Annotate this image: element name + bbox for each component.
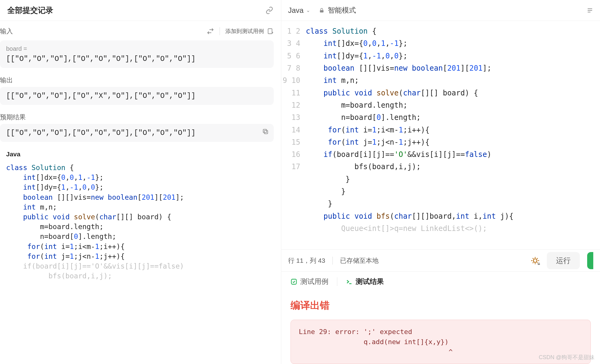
editor-status-bar: 行 11，列 43 已存储至本地 运行 [281, 249, 600, 271]
left-lang-label: Java [0, 142, 281, 163]
board-caption: board = [6, 45, 268, 52]
language-name: Java [288, 6, 304, 15]
divider [332, 257, 333, 265]
input-card[interactable]: board = [["O","O","O"],["O","O","O"],["O… [0, 40, 274, 68]
divider [337, 277, 337, 286]
svg-rect-1 [264, 130, 268, 134]
svg-rect-0 [268, 29, 272, 34]
tab-result-label: 测试结果 [356, 277, 384, 286]
svg-rect-5 [538, 263, 540, 265]
add-testcase-icon [267, 28, 274, 35]
input-section-head: 输入 添加到测试用例 [0, 21, 281, 38]
output-label: 输出 [0, 68, 281, 84]
tab-result[interactable]: 测试结果 [346, 277, 384, 286]
chevron-down-icon: ⌄ [306, 7, 310, 13]
check-icon [291, 278, 297, 285]
menu-icon[interactable] [587, 7, 593, 14]
add-testcase-label: 添加到测试用例 [225, 28, 264, 35]
svg-rect-2 [263, 129, 267, 133]
code-editor[interactable]: 1 2 3 4 5 6 7 8 9 10 11 12 13 14 15 16 1… [281, 21, 600, 249]
left-header: 全部提交记录 [0, 0, 281, 21]
run-button-label: 运行 [556, 256, 571, 265]
code-content[interactable]: class Solution { int[]dx={0,0,1,-1}; int… [306, 21, 513, 249]
svg-point-4 [533, 259, 537, 262]
lock-small-icon [537, 262, 541, 266]
line-gutter: 1 2 3 4 5 6 7 8 9 10 11 12 13 14 15 16 1… [281, 21, 306, 249]
expected-label: 预期结果 [0, 105, 281, 121]
run-button[interactable]: 运行 [547, 252, 580, 269]
debug-icon[interactable] [531, 256, 539, 265]
copy-icon[interactable] [262, 128, 269, 135]
add-to-testcase-button[interactable]: 添加到测试用例 [225, 28, 274, 35]
error-line-2: q.add(new int[]{x,y}) [299, 338, 449, 346]
language-selector[interactable]: Java ⌄ [288, 6, 310, 15]
tab-testcase[interactable]: 测试用例 [291, 277, 328, 286]
input-label: 输入 [0, 27, 13, 35]
swap-icon[interactable] [207, 28, 214, 35]
expected-value: [["O","O","O"],["O","O","O"],["O","O","O… [6, 129, 268, 137]
output-card: [["O","O","O"],["O","X","O"],["O","O","O… [0, 87, 274, 105]
divider [220, 27, 220, 35]
tab-testcase-label: 测试用例 [300, 277, 328, 286]
svg-rect-3 [320, 10, 324, 12]
error-box: Line 29: error: ';' expected q.add(new i… [291, 320, 591, 364]
error-line-3: ^ [299, 348, 453, 356]
mode-indicator[interactable]: 智能模式 [319, 6, 356, 15]
left-panel: 全部提交记录 输入 添加到测试用例 board = [0, 0, 281, 364]
submissions-title[interactable]: 全部提交记录 [7, 5, 53, 15]
cursor-position: 行 11，列 43 [288, 256, 325, 265]
right-panel: Java ⌄ 智能模式 1 2 3 4 5 6 7 8 9 10 11 12 1… [281, 0, 600, 364]
lock-icon [319, 7, 325, 13]
expected-card: [["O","O","O"],["O","O","O"],["O","O","O… [0, 124, 274, 142]
submit-button[interactable] [587, 252, 593, 269]
left-code-block: class Solution { int[]dx={0,0,1,-1}; int… [0, 163, 281, 364]
save-status: 已存储至本地 [340, 256, 379, 265]
result-area: 编译出错 Line 29: error: ';' expected q.add(… [281, 292, 600, 364]
mode-label: 智能模式 [328, 6, 356, 15]
error-title: 编译出错 [291, 299, 591, 312]
link-icon[interactable] [265, 6, 274, 15]
result-tabs: 测试用例 测试结果 [281, 271, 600, 292]
output-value: [["O","O","O"],["O","X","O"],["O","O","O… [6, 92, 268, 100]
terminal-icon [346, 278, 353, 285]
board-value: [["O","O","O"],["O","O","O"],["O","O","O… [6, 55, 268, 63]
right-header: Java ⌄ 智能模式 [281, 0, 600, 21]
error-line-1: Line 29: error: ';' expected [299, 328, 412, 336]
